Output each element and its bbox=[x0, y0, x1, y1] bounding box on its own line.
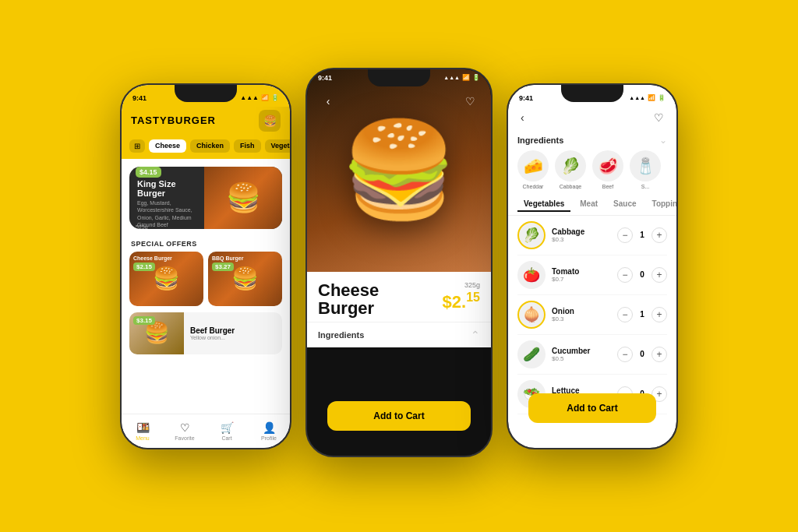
subtabs: Vegetables Meat Sauce Topping bbox=[508, 192, 676, 216]
ingredients-label: Ingredients bbox=[318, 330, 364, 340]
onion-plus[interactable]: + bbox=[651, 307, 667, 322]
chip-salt[interactable]: 🧂 S... bbox=[630, 150, 661, 189]
phone-product: ‹ ♡ 🍔 9:41 ▲▲▲ 📶 🔋 CheeseBurger 325g bbox=[305, 68, 493, 457]
beef-desc: Yellow onion... bbox=[190, 335, 235, 340]
chip-cabbage[interactable]: 🥬 Cabbage bbox=[555, 150, 586, 189]
grid-icon[interactable]: ⊞ bbox=[129, 139, 145, 153]
tomato-minus[interactable]: − bbox=[617, 267, 633, 283]
product-price-block: 325g $2.15 bbox=[443, 281, 480, 312]
hero-overlay: ‹ ♡ bbox=[307, 91, 491, 111]
featured-item[interactable]: $4.15 King Size Burger Egg, Mustard, Wor… bbox=[129, 167, 282, 229]
product-image: 🍔 bbox=[341, 115, 457, 225]
back-button[interactable]: ‹ bbox=[318, 91, 338, 111]
cucumber-qty-ctrl: − 0 + bbox=[617, 347, 667, 362]
subtab-meat[interactable]: Meat bbox=[574, 197, 604, 212]
tab-fish[interactable]: Fish bbox=[234, 139, 261, 153]
ing-row-cabbage: 🥬 Cabbage $0.3 − 1 + bbox=[517, 216, 667, 255]
subtab-sauce[interactable]: Sauce bbox=[607, 197, 642, 212]
nav-menu[interactable]: 🍱 Menu bbox=[122, 421, 164, 441]
onion-qty: 1 bbox=[637, 310, 647, 319]
beef-item[interactable]: 🍔 $3.15 Beef Burger Yellow onion... bbox=[129, 312, 282, 354]
tomato-price: $0.7 bbox=[552, 276, 611, 283]
menu-nav-label: Menu bbox=[136, 435, 150, 441]
chip-cheddar[interactable]: 🧀 Cheddar bbox=[517, 150, 549, 189]
status-icons-3: ▲▲▲ 📶 🔋 bbox=[629, 94, 666, 101]
onion-qty-ctrl: − 1 + bbox=[617, 307, 667, 322]
cucumber-minus[interactable]: − bbox=[617, 347, 633, 362]
cucumber-icon: 🥒 bbox=[517, 340, 546, 368]
cucumber-qty: 0 bbox=[637, 350, 647, 358]
onion-icon: 🧅 bbox=[517, 301, 546, 329]
fav-button-3[interactable]: ♡ bbox=[652, 110, 666, 125]
status-icons-2: ▲▲▲ 📶 🔋 bbox=[443, 74, 480, 82]
tab-chicken[interactable]: Chicken bbox=[190, 139, 230, 153]
cucumber-price: $0.5 bbox=[552, 355, 611, 362]
cucumber-name: Cucumber bbox=[552, 347, 611, 355]
ingredients-chips-section: Ingredients ⌄ 🧀 Cheddar 🥬 Cabbage 🥩 Beef… bbox=[508, 130, 676, 192]
menu-nav-icon: 🍱 bbox=[136, 421, 150, 434]
featured-burger-visual: 🍔 bbox=[204, 167, 282, 229]
cabbage-qty-ctrl: − 1 + bbox=[617, 227, 667, 243]
nav-profile[interactable]: 👤 Profile bbox=[248, 421, 290, 441]
subtab-topping[interactable]: Topping bbox=[646, 197, 676, 212]
nav-cart[interactable]: 🛒 Cart bbox=[206, 421, 248, 441]
cabbage-icon: 🥬 bbox=[517, 221, 546, 249]
tomato-qty: 0 bbox=[637, 270, 647, 279]
special-card-2[interactable]: 🍔 BBQ Burger $3.27 bbox=[208, 252, 282, 306]
subtab-vegetables[interactable]: Vegetables bbox=[517, 197, 570, 212]
product-hero: ‹ ♡ 🍔 9:41 ▲▲▲ 📶 🔋 bbox=[307, 69, 491, 272]
ingredient-chips: 🧀 Cheddar 🥬 Cabbage 🥩 Beef 🧂 S... bbox=[517, 150, 667, 189]
ingredients-toggle-icon[interactable]: ⌃ bbox=[471, 329, 480, 341]
cabbage-plus[interactable]: + bbox=[651, 227, 667, 243]
price-whole: $2. bbox=[443, 292, 467, 312]
tomato-info: Tomato $0.7 bbox=[552, 267, 611, 283]
phone3-header: ‹ ♡ bbox=[508, 107, 676, 130]
back-button-3[interactable]: ‹ bbox=[519, 110, 526, 125]
cucumber-plus[interactable]: + bbox=[651, 347, 667, 362]
notch-2 bbox=[368, 69, 430, 86]
tab-cheese[interactable]: Cheese bbox=[149, 139, 186, 153]
add-to-cart-button[interactable]: Add to Cart bbox=[327, 401, 471, 431]
ingredient-list: 🥬 Cabbage $0.3 − 1 + 🍅 Tomato $0.7 bbox=[508, 216, 676, 414]
ing-row-tomato: 🍅 Tomato $0.7 − 0 + bbox=[517, 255, 667, 295]
chip-beef[interactable]: 🥩 Beef bbox=[592, 150, 623, 189]
menu-icon[interactable]: 🍔 bbox=[259, 110, 281, 132]
menu-content: $4.15 King Size Burger Egg, Mustard, Wor… bbox=[122, 159, 290, 354]
onion-minus[interactable]: − bbox=[617, 307, 633, 322]
cabbage-chip-label: Cabbage bbox=[560, 184, 581, 189]
cabbage-minus[interactable]: − bbox=[617, 227, 633, 243]
favorite-button[interactable]: ♡ bbox=[460, 91, 480, 111]
featured-name: King Size Burger bbox=[137, 179, 196, 198]
notch-3 bbox=[561, 85, 623, 102]
notch bbox=[175, 85, 237, 102]
beef-img: 🍔 $3.15 bbox=[129, 312, 184, 354]
special-offers-title: SPECIAL OFFERS bbox=[122, 235, 290, 252]
nav-favorite[interactable]: ♡ Favorite bbox=[164, 421, 206, 441]
profile-nav-label: Profile bbox=[261, 435, 277, 441]
app-title: TASTYBURGER bbox=[131, 115, 216, 126]
tomato-plus[interactable]: + bbox=[651, 267, 667, 283]
status-time-3: 9:41 bbox=[519, 94, 533, 102]
cart-nav-icon: 🛒 bbox=[221, 421, 234, 434]
special-card-1[interactable]: 🍔 Cheese Burger $2.15 bbox=[129, 252, 203, 306]
ingredients-bar: Ingredients ⌃ bbox=[307, 322, 491, 347]
cabbage-info: Cabbage $0.3 bbox=[552, 227, 611, 243]
onion-name: Onion bbox=[552, 307, 611, 315]
special-grid: 🍔 Cheese Burger $2.15 🍔 BBQ Burger $3.27 bbox=[122, 252, 290, 306]
profile-nav-icon: 👤 bbox=[263, 421, 276, 434]
special-label-2: BBQ Burger bbox=[212, 255, 243, 261]
special-price-2: $3.27 bbox=[212, 262, 234, 271]
ing-row-cucumber: 🥒 Cucumber $0.5 − 0 + bbox=[517, 335, 667, 375]
tab-veg[interactable]: Vegeta... bbox=[265, 139, 290, 153]
tomato-name: Tomato bbox=[552, 267, 611, 276]
app-header: TASTYBURGER 🍔 bbox=[122, 107, 290, 139]
p3-add-to-cart-button[interactable]: Add to Cart bbox=[528, 393, 656, 423]
phone-menu: 9:41 ▲▲▲ 📶 🔋 TASTYBURGER 🍔 ⊞ Cheese Chic… bbox=[120, 83, 291, 449]
onion-info: Onion $0.3 bbox=[552, 307, 611, 322]
ingredients-section-title: Ingredients bbox=[517, 136, 563, 145]
ingredients-section-toggle[interactable]: ⌄ bbox=[659, 135, 667, 146]
phone-ingredients: 9:41 ▲▲▲ 📶 🔋 ‹ ♡ Ingredients ⌄ 🧀 Cheddar bbox=[507, 83, 678, 449]
cabbage-img: 🥬 bbox=[555, 150, 586, 181]
product-name: CheeseBurger bbox=[318, 281, 379, 317]
beef-info: Beef Burger Yellow onion... bbox=[184, 322, 241, 345]
